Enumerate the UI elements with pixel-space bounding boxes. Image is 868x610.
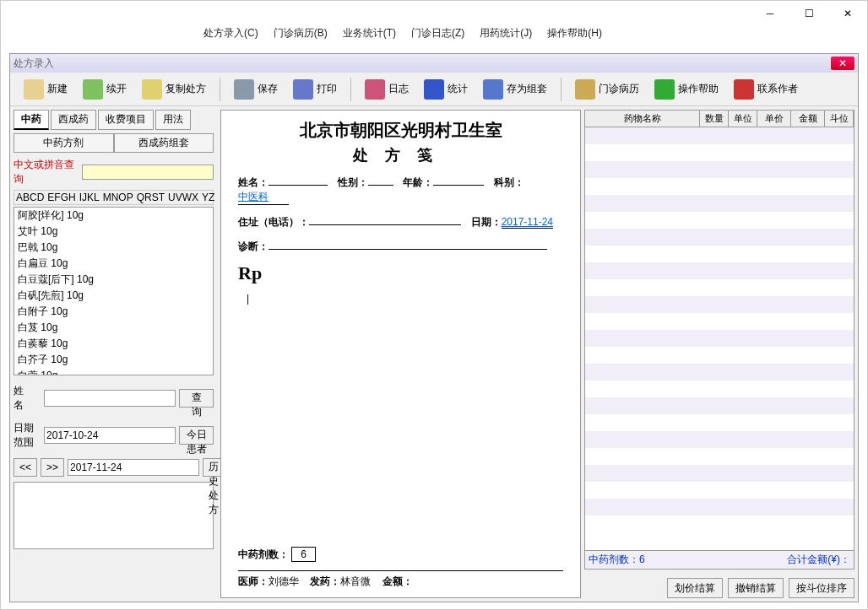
table-row[interactable] <box>585 499 854 516</box>
list-item[interactable]: 白芨 10g <box>14 320 213 336</box>
tab-zhongyao[interactable]: 中药 <box>14 110 49 130</box>
saveset-button[interactable]: 存为组套 <box>478 78 552 101</box>
alpha-group[interactable]: YZ <box>202 192 214 203</box>
record-button[interactable]: 门诊病历 <box>570 78 644 101</box>
date-from-input[interactable] <box>44 427 176 444</box>
table-row[interactable] <box>585 364 854 381</box>
table-row[interactable] <box>585 262 854 279</box>
tab-yongfa[interactable]: 用法 <box>155 110 191 130</box>
list-item[interactable]: 艾叶 10g <box>14 224 213 240</box>
table-row[interactable] <box>585 229 854 246</box>
maximize-button[interactable]: ☐ <box>789 1 828 26</box>
search-input[interactable] <box>82 165 214 180</box>
tab-shoufei[interactable]: 收费项目 <box>98 110 154 130</box>
sort-by-slot-button[interactable]: 按斗位排序 <box>789 578 854 598</box>
prescription-pane: 北京市朝阳区光明村卫生室 处方笺 姓名： 性别： 年龄： 科别：中医科 住址（电… <box>220 110 581 598</box>
table-row[interactable] <box>585 127 854 144</box>
menu-item[interactable]: 业务统计(T) <box>343 26 396 43</box>
settle-button[interactable]: 划价结算 <box>667 578 723 598</box>
contact-button[interactable]: 联系作者 <box>729 78 803 101</box>
rx-title: 北京市朝阳区光明村卫生室 <box>238 119 563 142</box>
list-item[interactable]: 白芥子 10g <box>14 352 213 368</box>
menu-item[interactable]: 处方录入(C) <box>203 26 258 43</box>
table-row[interactable] <box>585 381 854 397</box>
tab-xichengyao[interactable]: 西成药 <box>51 110 96 130</box>
table-row[interactable] <box>585 246 854 262</box>
patient-result-list[interactable] <box>14 482 214 549</box>
list-item[interactable]: 白矾[先煎] 10g <box>14 288 213 304</box>
toolbar: 新建 续开 复制处方 保存 打印 日志 统计 存为组套 门诊病历 操作帮助 联系… <box>10 73 858 106</box>
list-item[interactable]: 白蔻 10g <box>14 368 213 375</box>
menu-item[interactable]: 操作帮助(H) <box>547 26 602 43</box>
table-row[interactable] <box>585 347 854 364</box>
menu-item[interactable]: 门诊日志(Z) <box>411 26 464 43</box>
table-row[interactable] <box>585 178 854 195</box>
alpha-group[interactable]: EFGH <box>47 192 75 203</box>
contact-icon <box>734 79 754 100</box>
list-item[interactable]: 白豆蔻[后下] 10g <box>14 272 213 288</box>
table-row[interactable] <box>585 212 854 229</box>
cancel-settle-button[interactable]: 撤销结算 <box>728 578 784 598</box>
alpha-group[interactable]: IJKL <box>79 192 100 203</box>
table-row[interactable] <box>585 397 854 414</box>
rx-body[interactable]: | <box>238 284 563 521</box>
dispenser-value: 林音微 <box>340 575 371 587</box>
table-row[interactable] <box>585 482 854 499</box>
record-icon <box>575 79 595 100</box>
table-row[interactable] <box>585 465 854 482</box>
table-row[interactable] <box>585 448 854 465</box>
save-button[interactable]: 保存 <box>229 78 283 101</box>
left-pane: 中药 西成药 收费项目 用法 中药方剂 西成药组套 中文或拼音查询 ABCD E… <box>10 106 217 602</box>
medicine-list[interactable]: 阿胶[烊化] 10g艾叶 10g巴戟 10g白扁豆 10g白豆蔻[后下] 10g… <box>14 207 214 375</box>
name-input[interactable] <box>44 390 176 407</box>
help-button[interactable]: 操作帮助 <box>649 78 724 101</box>
summary-dose: 中药剂数：6 <box>589 553 645 567</box>
list-item[interactable]: 白蒺藜 10g <box>14 336 213 352</box>
search-label: 中文或拼音查询 <box>14 158 82 186</box>
table-row[interactable] <box>585 195 854 212</box>
copy-button[interactable]: 复制处方 <box>137 78 211 101</box>
menu-item[interactable]: 用药统计(J) <box>480 26 532 43</box>
list-item[interactable]: 巴戟 10g <box>14 240 213 256</box>
inner-close-icon[interactable]: ✕ <box>831 57 854 70</box>
alpha-group[interactable]: QRST <box>137 192 165 203</box>
table-row[interactable] <box>585 144 854 161</box>
date-prev-button[interactable]: << <box>14 458 37 477</box>
print-button[interactable]: 打印 <box>288 78 342 101</box>
search-button[interactable]: 查 询 <box>179 389 214 408</box>
right-pane: 药物名称 数量 单位 单价 金额 斗位 中药剂数：6 合计金额(¥)： 划价结算… <box>584 110 854 598</box>
minimize-button[interactable]: ─ <box>751 1 789 26</box>
open-button[interactable]: 续开 <box>78 78 132 101</box>
today-patients-button[interactable]: 今日患者 <box>179 426 214 445</box>
log-button[interactable]: 日志 <box>360 78 414 101</box>
subtab-zutao[interactable]: 西成药组套 <box>114 133 214 153</box>
new-button[interactable]: 新建 <box>19 78 73 101</box>
new-icon <box>24 79 44 100</box>
table-row[interactable] <box>585 313 854 330</box>
stat-button[interactable]: 统计 <box>419 78 473 101</box>
med-table-body[interactable] <box>584 127 854 551</box>
table-row[interactable] <box>585 161 854 178</box>
table-row[interactable] <box>585 431 854 448</box>
list-item[interactable]: 白扁豆 10g <box>14 256 213 272</box>
table-row[interactable] <box>585 516 854 532</box>
menu-item[interactable]: 门诊病历(B) <box>274 26 328 43</box>
med-table-header: 药物名称 数量 单位 单价 金额 斗位 <box>584 110 854 127</box>
print-icon <box>293 79 313 100</box>
list-item[interactable]: 白附子 10g <box>14 304 213 320</box>
table-row[interactable] <box>585 296 854 313</box>
date-to-input[interactable] <box>68 459 199 476</box>
inner-title-text: 处方录入 <box>14 57 54 71</box>
daterange-label: 日期范围 <box>14 421 41 450</box>
alpha-group[interactable]: MNOP <box>103 192 133 203</box>
dose-count[interactable]: 6 <box>291 547 316 562</box>
alpha-group[interactable]: UVWX <box>168 192 198 203</box>
table-row[interactable] <box>585 414 854 431</box>
date-next-button[interactable]: >> <box>41 458 64 477</box>
subtab-fangji[interactable]: 中药方剂 <box>14 133 114 153</box>
table-row[interactable] <box>585 330 854 347</box>
close-button[interactable]: ✕ <box>828 1 867 26</box>
table-row[interactable] <box>585 279 854 296</box>
list-item[interactable]: 阿胶[烊化] 10g <box>14 208 213 224</box>
alpha-group[interactable]: ABCD <box>16 192 44 203</box>
